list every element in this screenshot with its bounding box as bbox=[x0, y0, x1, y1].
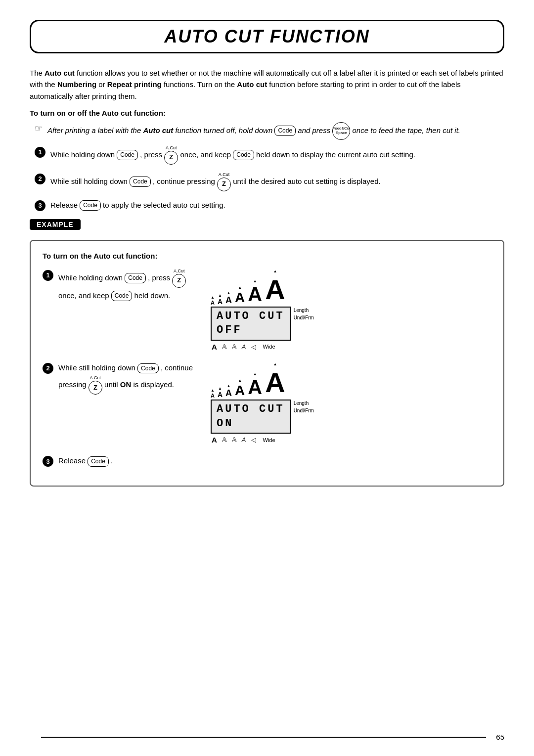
fb-arrow: ◁ bbox=[251, 343, 256, 351]
example-box: To turn on the Auto cut function: 1 Whil… bbox=[30, 240, 504, 487]
ex-step-1: 1 While holding down Code , press A.Cut … bbox=[43, 269, 201, 288]
ex-step-num-3: 3 bbox=[43, 456, 53, 467]
page-number: 65 bbox=[41, 733, 504, 741]
fb-a-bold: A bbox=[212, 343, 217, 351]
fb2-a-gothic: 𝔸 bbox=[222, 436, 227, 444]
screen-labels-1: Length Undl/Frm bbox=[294, 307, 314, 321]
step-2: 2 While still holding down Code , contin… bbox=[30, 173, 504, 191]
example-step-2-left: 2 While still holding down Code , contin… bbox=[43, 362, 201, 395]
code-key-s3: Code bbox=[80, 200, 101, 211]
ex-step-2: 2 While still holding down Code , contin… bbox=[43, 362, 201, 374]
ex-step-2-text: While still holding down Code , continue bbox=[58, 362, 201, 374]
ex-code-key-s3: Code bbox=[88, 456, 109, 467]
ex-step-1-text: While holding down Code , press A.Cut Z bbox=[58, 269, 201, 288]
step-3: 3 Release Code to apply the selected aut… bbox=[30, 199, 504, 211]
fb2-a-bold: A bbox=[212, 436, 217, 444]
example-step-1-left: 1 While holding down Code , press A.Cut … bbox=[43, 269, 201, 302]
ex-step-num-2: 2 bbox=[43, 363, 53, 374]
lcd-line2-1: OFF bbox=[217, 323, 285, 338]
lcd-display-2: AUTO CUT ON bbox=[211, 400, 291, 434]
ex-z-key-s1: A.Cut Z bbox=[172, 269, 186, 288]
undl-label-2: Undl/Frm bbox=[294, 407, 314, 414]
step-1-text: While holding down Code , press A.Cut Z … bbox=[50, 146, 504, 165]
ex-code-key-s2: Code bbox=[137, 363, 159, 374]
font-preview-2: ▲ A ▲ A ▲ A ▲ A ▲ A bbox=[211, 362, 491, 399]
example-title: To turn on the Auto cut function: bbox=[43, 252, 491, 260]
example-label: EXAMPLE bbox=[30, 219, 81, 230]
fb2-arrow: ◁ bbox=[251, 436, 256, 444]
note-line: ☞ After printing a label with the Auto c… bbox=[30, 122, 504, 140]
example-step-1-right: ▲ A ▲ A ▲ A ▲ A ▲ A bbox=[211, 269, 491, 351]
ex-step-1-cont: once, and keep Code held down. bbox=[43, 290, 201, 302]
lcd-area-2: AUTO CUT ON Length Undl/Frm bbox=[211, 400, 491, 434]
step-3-text: Release Code to apply the selected auto … bbox=[50, 199, 504, 211]
screen-labels-2: Length Undl/Frm bbox=[294, 400, 314, 414]
note-icon: ☞ bbox=[35, 123, 43, 134]
font-bottom-1: A 𝔸 𝔸 A ◁ Wide bbox=[211, 343, 491, 351]
ex-code-key-s1a: Code bbox=[125, 273, 146, 283]
step-num-2: 2 bbox=[35, 174, 45, 184]
step-2-text: While still holding down Code , continue… bbox=[50, 173, 504, 191]
wide-label-1: Wide bbox=[263, 344, 275, 350]
fb2-a-italic: A bbox=[242, 436, 246, 444]
lcd-area-1: AUTO CUT OFF Length Undl/Frm bbox=[211, 307, 491, 341]
code-key-s1a: Code bbox=[117, 150, 138, 160]
z-key-s1: A.Cut Z bbox=[164, 146, 178, 165]
fb-a-serif: 𝔸 bbox=[232, 343, 237, 351]
fb-a-italic: A bbox=[242, 343, 246, 351]
example-step-2-right: ▲ A ▲ A ▲ A ▲ A ▲ A bbox=[211, 362, 491, 444]
code-key-s1b: Code bbox=[233, 150, 254, 160]
example-step-3: 3 Release Code . bbox=[43, 455, 491, 467]
code-key-note: Code bbox=[274, 126, 296, 136]
length-label-1: Length bbox=[294, 307, 314, 314]
ex-step-3-text: Release Code . bbox=[58, 455, 491, 467]
note-text: After printing a label with the Auto cut… bbox=[47, 122, 460, 140]
step-1: 1 While holding down Code , press A.Cut … bbox=[30, 146, 504, 165]
example-step-1-row: 1 While holding down Code , press A.Cut … bbox=[43, 269, 491, 351]
ex-step-2-cont: pressing A.Cut Z until ON is displayed. bbox=[43, 376, 201, 395]
length-label-2: Length bbox=[294, 400, 314, 407]
fb-a-gothic: 𝔸 bbox=[222, 343, 227, 351]
example-step-2-row: 2 While still holding down Code , contin… bbox=[43, 362, 491, 444]
page-title-box: AUTO CUT FUNCTION bbox=[30, 20, 504, 53]
page-num-value: 65 bbox=[496, 733, 504, 741]
example-label-container: EXAMPLE bbox=[30, 219, 504, 235]
lcd-line1-2: AUTO CUT bbox=[217, 402, 285, 417]
lcd-line2-2: ON bbox=[217, 417, 285, 431]
feed-cut-key: Feed&Cut Space bbox=[332, 122, 350, 140]
ex-code-key-s1b: Code bbox=[111, 291, 133, 301]
step-num-3: 3 bbox=[35, 200, 45, 211]
section-heading: To turn on or off the Auto cut function: bbox=[30, 109, 504, 117]
wide-label-2: Wide bbox=[263, 437, 275, 443]
step-num-1: 1 bbox=[35, 147, 45, 158]
font-bottom-2: A 𝔸 𝔸 A ◁ Wide bbox=[211, 436, 491, 444]
page-title: AUTO CUT FUNCTION bbox=[41, 26, 493, 47]
fb2-a-serif: 𝔸 bbox=[232, 436, 237, 444]
code-key-s2: Code bbox=[130, 177, 151, 187]
intro-text: The Auto cut function allows you to set … bbox=[30, 67, 504, 102]
undl-label-1: Undl/Frm bbox=[294, 314, 314, 321]
z-key-s2: A.Cut Z bbox=[217, 173, 231, 191]
font-preview-1: ▲ A ▲ A ▲ A ▲ A ▲ A bbox=[211, 269, 491, 306]
ex-z-key-s2: A.Cut Z bbox=[89, 376, 102, 395]
lcd-line1-1: AUTO CUT bbox=[217, 310, 285, 324]
ex-step-num-1: 1 bbox=[43, 270, 53, 281]
lcd-display-1: AUTO CUT OFF bbox=[211, 307, 291, 341]
